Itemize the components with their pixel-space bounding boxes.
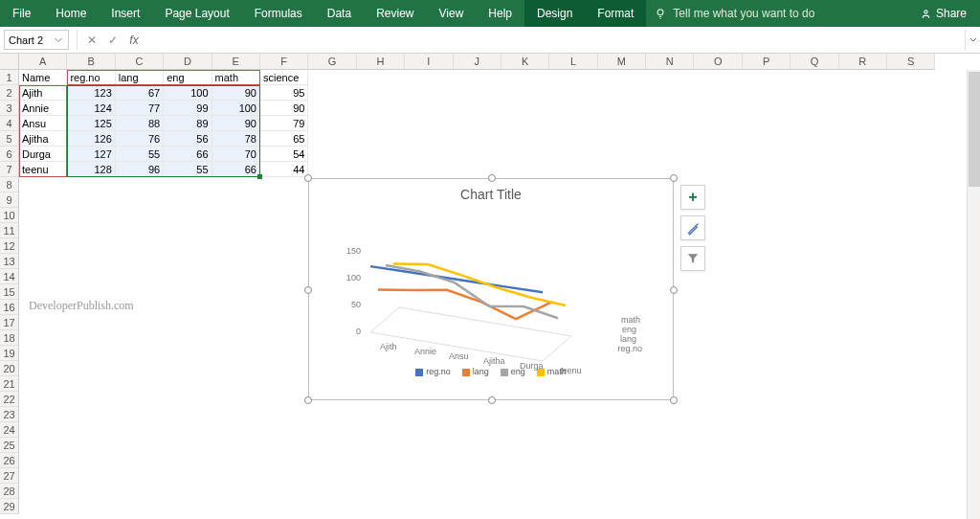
cell-D5[interactable]: 56 (164, 131, 212, 147)
row-29[interactable]: 29 (0, 499, 19, 514)
col-A[interactable]: A (19, 54, 67, 70)
col-F[interactable]: F (260, 54, 308, 70)
col-L[interactable]: L (549, 54, 597, 70)
row-25[interactable]: 25 (0, 438, 19, 453)
col-C[interactable]: C (116, 54, 164, 70)
cell-D2[interactable]: 100 (164, 85, 212, 101)
cell-B3[interactable]: 124 (67, 101, 115, 116)
spreadsheet-grid[interactable]: ABCDEFGHIJKLMNOPQRS 12345678910111213141… (0, 54, 980, 519)
row-24[interactable]: 24 (0, 422, 19, 438)
chart-handle-nw[interactable] (304, 174, 312, 182)
cell-E2[interactable]: 90 (212, 85, 260, 101)
tab-home[interactable]: Home (43, 0, 99, 27)
chart-handle-s[interactable] (488, 396, 496, 404)
chart-handle-e[interactable] (670, 286, 678, 294)
row-12[interactable]: 12 (0, 238, 19, 254)
row-7[interactable]: 7 (0, 162, 19, 177)
row-1[interactable]: 1 (0, 70, 19, 85)
chart-elements-button[interactable]: + (680, 185, 705, 210)
cell-A1[interactable]: Name (19, 70, 67, 85)
cell-F1[interactable]: science (260, 70, 308, 85)
cell-A2[interactable]: Ajith (19, 85, 67, 101)
tab-pagelayout[interactable]: Page Layout (152, 0, 241, 27)
col-M[interactable]: M (598, 54, 646, 70)
row-21[interactable]: 21 (0, 376, 19, 392)
formula-expand-icon[interactable] (965, 30, 980, 51)
cell-F7[interactable]: 44 (260, 162, 308, 177)
row-4[interactable]: 4 (0, 116, 19, 131)
formula-input[interactable] (145, 30, 965, 51)
col-S[interactable]: S (887, 54, 935, 70)
chart-filters-button[interactable] (680, 246, 705, 271)
scroll-thumb[interactable] (969, 72, 980, 187)
col-G[interactable]: G (308, 54, 356, 70)
cell-D3[interactable]: 99 (164, 101, 212, 116)
row-22[interactable]: 22 (0, 392, 19, 407)
name-box[interactable]: Chart 2 (4, 30, 69, 50)
cell-E7[interactable]: 66 (212, 162, 260, 177)
vertical-scrollbar[interactable] (967, 70, 980, 519)
enter-icon[interactable]: ✓ (102, 34, 123, 47)
tab-insert[interactable]: Insert (99, 0, 152, 27)
row-11[interactable]: 11 (0, 223, 19, 238)
tab-formulas[interactable]: Formulas (242, 0, 315, 27)
col-H[interactable]: H (357, 54, 405, 70)
chart-handle-ne[interactable] (670, 174, 678, 182)
cell-F2[interactable]: 95 (260, 85, 308, 101)
cell-B2[interactable]: 123 (67, 85, 115, 101)
row-16[interactable]: 16 (0, 300, 19, 315)
cell-C1[interactable]: lang (116, 70, 164, 85)
cell-C5[interactable]: 76 (116, 131, 164, 147)
row-5[interactable]: 5 (0, 131, 19, 147)
row-6[interactable]: 6 (0, 147, 19, 162)
col-Q[interactable]: Q (791, 54, 838, 70)
col-P[interactable]: P (743, 54, 791, 70)
cell-D6[interactable]: 66 (164, 147, 212, 162)
name-box-dropdown-icon[interactable] (52, 37, 64, 43)
cell-C6[interactable]: 55 (116, 147, 164, 162)
cell-C2[interactable]: 67 (116, 85, 164, 101)
cell-C4[interactable]: 88 (116, 116, 164, 131)
cell-A6[interactable]: Durga (19, 147, 67, 162)
cell-F6[interactable]: 54 (260, 147, 308, 162)
cell-C7[interactable]: 96 (116, 162, 164, 177)
cell-F3[interactable]: 90 (260, 101, 308, 116)
tab-format[interactable]: Format (585, 0, 646, 27)
tell-me[interactable]: Tell me what you want to do (654, 7, 814, 20)
chart-handle-w[interactable] (304, 286, 312, 294)
row-23[interactable]: 23 (0, 407, 19, 422)
row-17[interactable]: 17 (0, 315, 19, 330)
tab-view[interactable]: View (427, 0, 477, 27)
cell-F5[interactable]: 65 (260, 131, 308, 147)
tab-file[interactable]: File (0, 0, 43, 27)
chart-styles-button[interactable] (680, 215, 705, 240)
row-10[interactable]: 10 (0, 208, 19, 223)
row-27[interactable]: 27 (0, 468, 19, 484)
cell-D7[interactable]: 55 (164, 162, 212, 177)
row-2[interactable]: 2 (0, 85, 19, 101)
row-15[interactable]: 15 (0, 284, 19, 300)
cell-D4[interactable]: 89 (164, 116, 212, 131)
cell-E6[interactable]: 70 (212, 147, 260, 162)
cell-F4[interactable]: 79 (260, 116, 308, 131)
cancel-icon[interactable]: ✕ (81, 34, 102, 47)
cell-A7[interactable]: teenu (19, 162, 67, 177)
row-14[interactable]: 14 (0, 269, 19, 284)
chart-handle-sw[interactable] (304, 396, 312, 404)
col-O[interactable]: O (694, 54, 742, 70)
chart-handle-se[interactable] (670, 396, 678, 404)
cell-B6[interactable]: 127 (67, 147, 115, 162)
cell-B4[interactable]: 125 (67, 116, 115, 131)
col-K[interactable]: K (501, 54, 549, 70)
row-3[interactable]: 3 (0, 101, 19, 116)
col-B[interactable]: B (67, 54, 115, 70)
col-I[interactable]: I (405, 54, 453, 70)
col-D[interactable]: D (164, 54, 212, 70)
cell-B5[interactable]: 126 (67, 131, 115, 147)
cell-E5[interactable]: 78 (212, 131, 260, 147)
tab-data[interactable]: Data (315, 0, 364, 27)
col-R[interactable]: R (839, 54, 887, 70)
row-26[interactable]: 26 (0, 453, 19, 468)
row-20[interactable]: 20 (0, 361, 19, 376)
col-J[interactable]: J (454, 54, 501, 70)
